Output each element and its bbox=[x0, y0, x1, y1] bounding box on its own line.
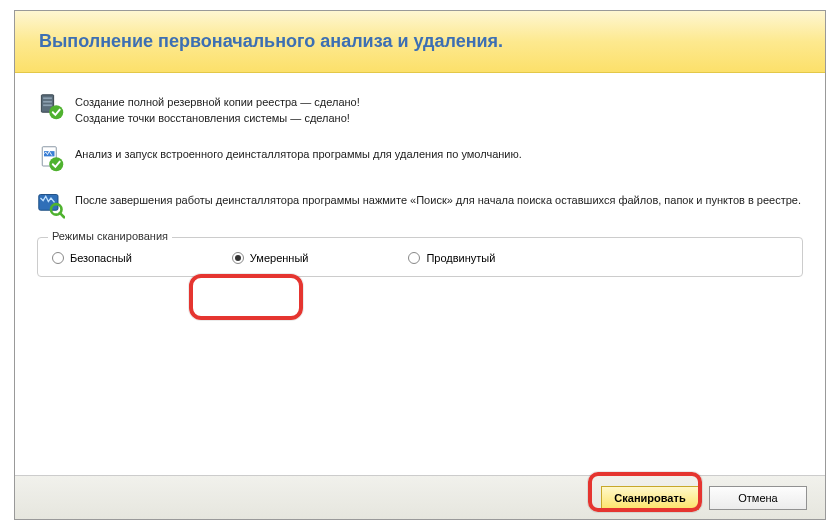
radio-circle-icon bbox=[408, 252, 420, 264]
svg-rect-1 bbox=[43, 97, 52, 99]
header-bar: Выполнение первоначального анализа и уда… bbox=[15, 11, 825, 73]
radio-circle-selected-icon bbox=[232, 252, 244, 264]
radio-safe-label: Безопасный bbox=[70, 252, 132, 264]
radio-advanced-label: Продвинутый bbox=[426, 252, 495, 264]
radio-moderate[interactable]: Умеренный bbox=[232, 252, 309, 264]
after-uninstall-text: После завершения работы деинсталлятора п… bbox=[75, 191, 801, 209]
document-check-icon bbox=[37, 145, 65, 173]
radio-moderate-label: Умеренный bbox=[250, 252, 309, 264]
backup-line-2: Создание точки восстановления системы — … bbox=[75, 111, 360, 127]
after-uninstall-row: После завершения работы деинсталлятора п… bbox=[37, 191, 803, 219]
backup-status-text: Создание полной резервной копии реестра … bbox=[75, 93, 360, 127]
cancel-button[interactable]: Отмена bbox=[709, 486, 807, 510]
content-area: Создание полной резервной копии реестра … bbox=[15, 73, 825, 475]
scan-modes-legend: Режимы сканирования bbox=[48, 230, 172, 242]
svg-line-10 bbox=[60, 213, 64, 217]
search-registry-icon bbox=[37, 191, 65, 219]
backup-line-1: Создание полной резервной копии реестра … bbox=[75, 95, 360, 111]
backup-status-row: Создание полной резервной копии реестра … bbox=[37, 93, 803, 127]
dialog-window: Выполнение первоначального анализа и уда… bbox=[14, 10, 826, 520]
server-check-icon bbox=[37, 93, 65, 121]
svg-rect-2 bbox=[43, 101, 52, 103]
footer-bar: Сканировать Отмена bbox=[15, 475, 825, 519]
analysis-row: Анализ и запуск встроенного деинсталлято… bbox=[37, 145, 803, 173]
page-title: Выполнение первоначального анализа и уда… bbox=[39, 31, 503, 52]
analysis-text: Анализ и запуск встроенного деинсталлято… bbox=[75, 145, 522, 163]
svg-point-4 bbox=[49, 105, 63, 119]
scan-modes-fieldset: Режимы сканирования Безопасный Умеренный… bbox=[37, 237, 803, 277]
svg-rect-3 bbox=[43, 104, 52, 106]
radio-circle-icon bbox=[52, 252, 64, 264]
scan-button[interactable]: Сканировать bbox=[601, 486, 699, 510]
radio-safe[interactable]: Безопасный bbox=[52, 252, 132, 264]
scan-modes-radio-group: Безопасный Умеренный Продвинутый bbox=[52, 248, 788, 264]
radio-advanced[interactable]: Продвинутый bbox=[408, 252, 495, 264]
svg-point-7 bbox=[49, 157, 63, 171]
